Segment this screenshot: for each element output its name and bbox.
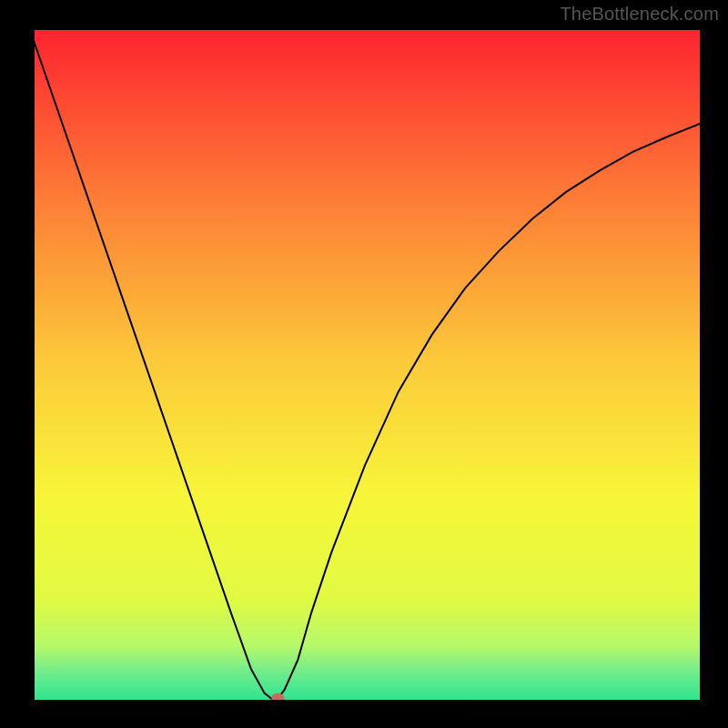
watermark-text: TheBottleneck.com	[560, 4, 719, 25]
plot-background-gradient	[30, 30, 700, 700]
left-black-strip	[30, 30, 35, 700]
chart-container: TheBottleneck.com	[0, 0, 728, 728]
chart-svg	[0, 0, 728, 728]
